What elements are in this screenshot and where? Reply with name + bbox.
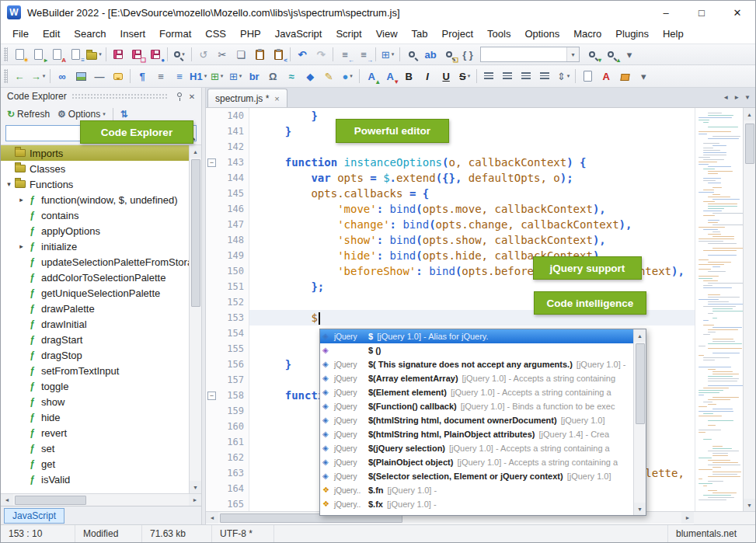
tree-item-toggle[interactable]: ƒtoggle: [1, 378, 189, 394]
format-painter-button[interactable]: ✎: [319, 68, 338, 85]
autocomplete-item[interactable]: ◈$ (): [320, 343, 633, 357]
expand-arrow-icon[interactable]: ▸: [16, 196, 26, 204]
tree-hscrollbar[interactable]: ◄ ►: [1, 493, 201, 506]
autocomplete-item[interactable]: ◈jQuery$(Array elementArray)[jQuery 1.0]…: [320, 371, 633, 385]
code-line[interactable]: 146 'move': bind(opts.move, callbackCont…: [206, 201, 695, 217]
scroll-right-icon[interactable]: ►: [189, 494, 201, 506]
align-center-button[interactable]: [498, 68, 517, 85]
tab-spectrum-js[interactable]: spectrum.js * ×: [207, 89, 287, 107]
brand-link[interactable]: blumentals.net: [667, 525, 755, 542]
tree-scroll-thumb[interactable]: [191, 159, 200, 307]
tree-item-getuniqueselectionpalette[interactable]: ƒgetUniqueSelectionPalette: [1, 285, 189, 301]
editor-scroll-thumb[interactable]: [745, 124, 754, 164]
code-line[interactable]: 147 'change': bind(opts.change, callback…: [206, 217, 695, 232]
autocomplete-item[interactable]: ◈jQuery$(PlainObject object)[jQuery 1.0]…: [320, 455, 633, 469]
decrease-font-button[interactable]: A▼: [381, 68, 399, 85]
menu-search[interactable]: Search: [67, 25, 113, 43]
line-spacing-button[interactable]: ⇕▾: [554, 68, 573, 85]
css-style-button[interactable]: ●▾: [338, 68, 357, 85]
bullet-list-button[interactable]: ≡: [152, 68, 170, 85]
underline-button[interactable]: U: [437, 68, 455, 85]
tree-item-drawinitial[interactable]: ƒdrawInitial: [1, 316, 189, 332]
scroll-down-icon[interactable]: ▼: [744, 499, 755, 511]
code-line[interactable]: −143 function instanceOptions(o, callbac…: [206, 155, 695, 170]
numbered-list-button[interactable]: ≡: [170, 68, 189, 85]
tree-item-setfromtextinput[interactable]: ƒsetFromTextInput: [1, 363, 189, 378]
save-all-button[interactable]: ❏: [127, 46, 146, 63]
menu-file[interactable]: File: [5, 25, 36, 43]
find-in-files-button[interactable]: ❏: [440, 46, 458, 63]
paste-html-button[interactable]: <: [269, 46, 287, 63]
code-snippet-button[interactable]: { }: [458, 46, 477, 63]
autocomplete-item[interactable]: ❖jQuery..$.fx[jQuery 1.0] -: [320, 497, 633, 511]
code-line[interactable]: 140 }: [206, 108, 695, 124]
paste-button[interactable]: [250, 46, 269, 63]
bold-button[interactable]: B: [399, 68, 418, 85]
pin-icon[interactable]: [173, 94, 186, 99]
tree-item-imports[interactable]: Imports: [1, 145, 189, 161]
menu-help[interactable]: Help: [656, 25, 691, 43]
tree-item-contains[interactable]: ƒcontains: [1, 207, 189, 223]
scroll-up-icon[interactable]: ▲: [190, 145, 201, 158]
tree-item-isvalid[interactable]: ƒisValid: [1, 472, 189, 487]
menu-tab[interactable]: Tab: [405, 25, 435, 43]
maximize-button[interactable]: □: [684, 1, 719, 24]
toolbar2-overflow-button[interactable]: ▾: [634, 68, 653, 85]
autocomplete-item[interactable]: ◈jQuery$(htmlString html, document owner…: [320, 413, 633, 427]
tree-item-show[interactable]: ƒshow: [1, 394, 189, 409]
autocomplete-item[interactable]: ◈jQuery$(htmlString html, PlainObject at…: [320, 427, 633, 441]
menu-php[interactable]: PHP: [233, 25, 268, 43]
redo-button[interactable]: ↷: [312, 46, 330, 63]
scroll-down-icon[interactable]: ▼: [190, 481, 201, 493]
save-to-ftp-button[interactable]: ●: [146, 46, 165, 63]
autocomplete-item[interactable]: ◈jQuery$( This signature does not accept…: [320, 357, 633, 371]
align-right-button[interactable]: [517, 68, 535, 85]
code-line[interactable]: 145 opts.callbacks = {: [206, 186, 695, 201]
color-picker-button[interactable]: ◆: [301, 68, 319, 85]
refresh-button[interactable]: ↻ Refresh: [4, 107, 53, 121]
minimize-button[interactable]: –: [648, 1, 684, 24]
tab-list-icon[interactable]: ▼: [744, 94, 751, 101]
menu-macro[interactable]: Macro: [566, 25, 608, 43]
autocomplete-item[interactable]: ◈jQuery$[jQuery 1.0] - Alias for jQuery.: [320, 329, 633, 343]
hyperlink-button[interactable]: ∞: [53, 68, 71, 85]
autocomplete-item[interactable]: ◈jQuery$(Element element)[jQuery 1.0] - …: [320, 385, 633, 399]
quick-search-button[interactable]: ▾: [170, 46, 189, 63]
scroll-up-icon[interactable]: ▲: [634, 329, 646, 342]
new-template-button[interactable]: A: [47, 46, 66, 63]
combo-dropdown-icon[interactable]: ▾: [566, 47, 579, 61]
find-previous-button[interactable]: ▴: [601, 46, 620, 63]
table-button[interactable]: ⊞▾: [207, 68, 226, 85]
tree-item-classes[interactable]: Classes: [1, 161, 189, 176]
autocomplete-item[interactable]: ❖jQuery..$.fn[jQuery 1.0] -: [320, 483, 633, 497]
autocomplete-scroll-thumb[interactable]: [636, 343, 645, 424]
table-cell-button[interactable]: ⊞▾: [226, 68, 245, 85]
tree-item-get[interactable]: ƒget: [1, 456, 189, 472]
open-file-button[interactable]: ▾: [85, 46, 103, 63]
tree-item-dragstart[interactable]: ƒdragStart: [1, 332, 189, 347]
copy-button[interactable]: ❏: [232, 46, 250, 63]
autocomplete-item[interactable]: ◈jQuery$(jQuery selection)[jQuery 1.0] -…: [320, 441, 633, 455]
menu-javascript[interactable]: JavaScript: [268, 25, 329, 43]
expand-arrow-icon[interactable]: ▸: [16, 242, 26, 250]
tab-scroll-left-icon[interactable]: ◄: [723, 94, 729, 101]
undo-button[interactable]: ↶: [293, 46, 312, 63]
tree-item-drawpalette[interactable]: ƒdrawPalette: [1, 301, 189, 316]
indent-button[interactable]: ≡→: [354, 46, 373, 63]
collapse-arrow-icon[interactable]: ▾: [4, 180, 14, 188]
tree-item-initialize[interactable]: ▸ƒinitialize: [1, 238, 189, 254]
tree-hscroll-thumb[interactable]: [15, 496, 86, 505]
code-line[interactable]: 142: [206, 139, 695, 155]
menu-tools[interactable]: Tools: [480, 25, 517, 43]
back-button[interactable]: ←: [10, 68, 29, 85]
menu-script[interactable]: Script: [329, 25, 368, 43]
menu-project[interactable]: Project: [435, 25, 480, 43]
revert-button[interactable]: ↺: [194, 46, 213, 63]
heading-button[interactable]: H1▾: [189, 68, 207, 85]
scroll-left-icon[interactable]: ◄: [206, 512, 218, 524]
minimap[interactable]: [695, 108, 743, 511]
align-justify-button[interactable]: [535, 68, 554, 85]
strikethrough-button[interactable]: S▾: [455, 68, 474, 85]
new-wizard-button[interactable]: ▸: [29, 46, 47, 63]
menu-css[interactable]: CSS: [198, 25, 233, 43]
